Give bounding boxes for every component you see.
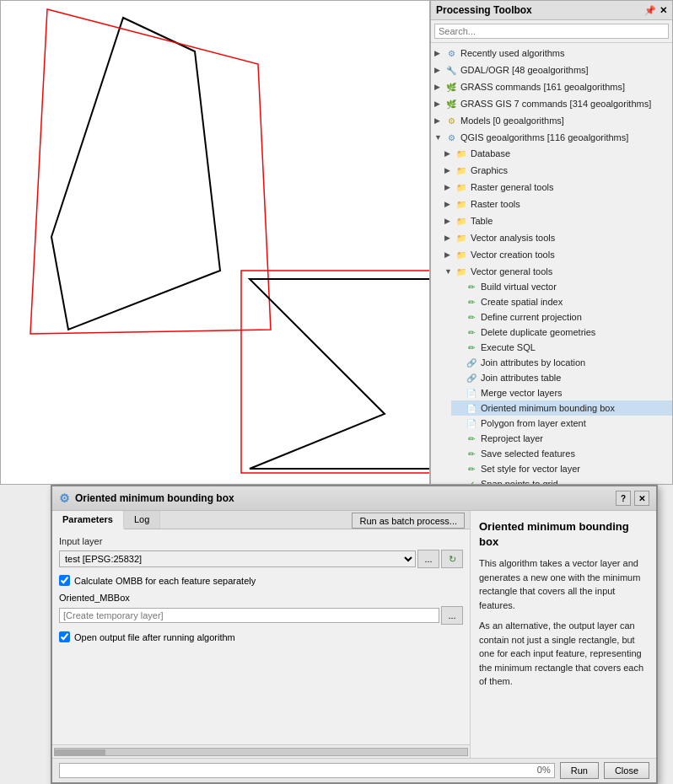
input-layer-select[interactable]: test [EPSG:25832] xyxy=(59,550,416,567)
icon-snap-points: ✓ xyxy=(465,477,478,484)
label-graphics: Graphics xyxy=(471,165,508,175)
arrow-table: ▶ xyxy=(444,217,455,225)
label-save-selected: Save selected features xyxy=(481,448,575,459)
tree-row-build-virtual[interactable]: ▶ ✏ Build virtual vector xyxy=(451,279,672,294)
tree-row-snap-points[interactable]: ▶ ✓ Snap points to grid xyxy=(451,476,672,484)
label-reproject: Reproject layer xyxy=(481,433,543,443)
label-gdal: GDAL/OGR [48 geoalgorithms] xyxy=(460,65,589,75)
dialog-scrollbar xyxy=(52,744,470,758)
arrow-database: ▶ xyxy=(444,149,455,158)
run-button[interactable]: Run xyxy=(560,762,599,779)
label-database: Database xyxy=(471,148,510,158)
label-grass: GRASS commands [161 geoalgorithms] xyxy=(460,82,625,92)
icon-table: 📁 xyxy=(455,214,468,228)
tree-row-set-style[interactable]: ▶ ✏ Set style for vector layer xyxy=(451,461,672,476)
icon-merge-vector: 📄 xyxy=(465,386,478,400)
tree-row-delete-duplicate[interactable]: ▶ ✏ Delete duplicate geometries xyxy=(451,325,672,340)
tree-row-table[interactable]: ▶ 📁 Table xyxy=(441,213,672,228)
label-vector-creation: Vector creation tools xyxy=(471,250,555,260)
tree-item-database: ▶ 📁 Database xyxy=(441,145,672,162)
tree-row-grass[interactable]: ▶ 🌿 GRASS commands [161 geoalgorithms] xyxy=(431,79,672,94)
tree-item-grass: ▶ 🌿 GRASS commands [161 geoalgorithms] xyxy=(431,78,672,95)
label-vector-general: Vector general tools xyxy=(471,266,552,277)
tree-row-recent[interactable]: ▶ ⚙ Recently used algorithms xyxy=(431,46,672,61)
tab-parameters[interactable]: Parameters xyxy=(52,511,124,529)
arrow-vector-creation: ▶ xyxy=(444,250,455,259)
tree-row-raster-tools[interactable]: ▶ 📁 Raster tools xyxy=(441,196,672,212)
scrollbar-thumb xyxy=(55,749,105,756)
svg-marker-0 xyxy=(51,18,220,330)
vector-general-children: ▶ ✏ Build virtual vector ▶ ✏ Create spat… xyxy=(441,279,672,484)
dialog-bottom-bar: 0% Run Close xyxy=(52,758,656,782)
input-layer-label: Input layer xyxy=(59,536,463,546)
dialog-close-btn[interactable]: ✕ xyxy=(634,491,649,506)
label-table: Table xyxy=(471,216,493,226)
arrow-raster-general: ▶ xyxy=(444,183,455,191)
icon-vector-creation: 📁 xyxy=(455,248,468,261)
tree-row-models[interactable]: ▶ ⚙ Models [0 geoalgorithms] xyxy=(431,113,672,128)
icon-reproject: ✏ xyxy=(465,432,478,445)
tree-row-reproject[interactable]: ▶ ✏ Reproject layer xyxy=(451,431,672,446)
arrow-graphics: ▶ xyxy=(444,166,455,175)
tree-row-oriented-mbb[interactable]: ▶ 📄 Oriented minimum bounding box xyxy=(451,400,672,416)
tree-row-vector-analysis[interactable]: ▶ 📁 Vector analysis tools xyxy=(441,230,672,245)
tree-row-gdal[interactable]: ▶ 🔧 GDAL/OGR [48 geoalgorithms] xyxy=(431,62,672,78)
progress-bar-container: 0% xyxy=(59,763,555,778)
checkbox-ombb[interactable] xyxy=(59,575,70,586)
batch-process-button[interactable]: Run as batch process... xyxy=(352,513,465,529)
tree-item-raster-tools: ▶ 📁 Raster tools xyxy=(441,196,672,212)
tree-row-join-attributes[interactable]: ▶ 🔗 Join attributes table xyxy=(451,370,672,385)
dialog-help-btn[interactable]: ? xyxy=(616,491,631,506)
tree-row-create-spatial[interactable]: ▶ ✏ Create spatial index xyxy=(451,294,672,309)
label-join-location: Join attributes by location xyxy=(481,357,585,368)
output-browse-btn[interactable]: ... xyxy=(441,606,463,625)
icon-gdal: 🔧 xyxy=(444,63,458,77)
arrow-models: ▶ xyxy=(434,116,444,125)
tab-log[interactable]: Log xyxy=(124,511,160,529)
label-create-spatial: Create spatial index xyxy=(481,297,563,307)
processing-toolbox: Processing Toolbox 📌 ✕ ▶ ⚙ Recently used… xyxy=(430,0,673,485)
checkbox-ombb-row: Calculate OMBB for each feature separate… xyxy=(59,575,463,586)
tree-row-graphics[interactable]: ▶ 📁 Graphics xyxy=(441,163,672,178)
tree-item-vector-general: ▼ 📁 Vector general tools ▶ ✏ Build virtu… xyxy=(441,263,672,484)
toolbox-tree: ▶ ⚙ Recently used algorithms ▶ 🔧 GDAL/OG… xyxy=(431,43,672,484)
toolbox-title: Processing Toolbox xyxy=(436,4,532,16)
toolbox-pin-icon[interactable]: 📌 xyxy=(644,5,656,16)
tree-item-graphics: ▶ 📁 Graphics xyxy=(441,162,672,179)
output-row: ... xyxy=(59,606,463,625)
tree-row-define-projection[interactable]: ▶ ✏ Define current projection xyxy=(451,309,672,325)
output-file-input[interactable] xyxy=(59,608,439,623)
tree-row-grass7[interactable]: ▶ 🌿 GRASS GIS 7 commands [314 geoalgorit… xyxy=(431,96,672,111)
arrow-vector-general: ▼ xyxy=(444,267,455,276)
toolbox-search-area xyxy=(431,20,672,43)
tree-row-qgis[interactable]: ▼ ⚙ QGIS geoalgorithms [116 geoalgorithm… xyxy=(431,130,672,145)
tree-row-execute-sql[interactable]: ▶ ✏ Execute SQL xyxy=(451,340,672,355)
tree-item-vector-analysis: ▶ 📁 Vector analysis tools xyxy=(441,229,672,246)
toolbox-close-icon[interactable]: ✕ xyxy=(660,5,667,16)
tree-row-save-selected[interactable]: ▶ ✏ Save selected features xyxy=(451,446,672,461)
tree-row-database[interactable]: ▶ 📁 Database xyxy=(441,146,672,161)
checkbox-ombb-label: Calculate OMBB for each feature separate… xyxy=(74,576,256,586)
tree-row-join-location[interactable]: ▶ 🔗 Join attributes by location xyxy=(451,355,672,370)
arrow-grass7: ▶ xyxy=(434,99,444,108)
tree-row-vector-creation[interactable]: ▶ 📁 Vector creation tools xyxy=(441,247,672,262)
input-layer-browse-btn[interactable]: ... xyxy=(417,550,439,568)
arrow-raster-tools: ▶ xyxy=(444,200,455,208)
tree-row-polygon-extent[interactable]: ▶ 📄 Polygon from layer extent xyxy=(451,416,672,431)
input-layer-refresh-btn[interactable]: ↻ xyxy=(441,550,463,568)
close-button[interactable]: Close xyxy=(604,762,649,779)
checkbox-open-output[interactable] xyxy=(59,631,70,642)
desc-title: Oriented minimum bounding box xyxy=(479,519,648,550)
label-delete-duplicate: Delete duplicate geometries xyxy=(481,327,595,337)
tree-row-raster-general[interactable]: ▶ 📁 Raster general tools xyxy=(441,180,672,195)
label-execute-sql: Execute SQL xyxy=(481,342,536,352)
icon-set-style: ✏ xyxy=(465,462,478,475)
icon-delete-duplicate: ✏ xyxy=(465,325,478,339)
tree-row-merge-vector[interactable]: ▶ 📄 Merge vector layers xyxy=(451,385,672,400)
search-input[interactable] xyxy=(434,24,669,39)
horizontal-scrollbar[interactable] xyxy=(54,748,468,756)
icon-vector-analysis: 📁 xyxy=(455,231,468,244)
tree-row-vector-general[interactable]: ▼ 📁 Vector general tools xyxy=(441,264,672,279)
input-layer-row: test [EPSG:25832] ... ↻ xyxy=(59,550,463,568)
label-grass7: GRASS GIS 7 commands [314 geoalgorithms] xyxy=(460,99,651,109)
